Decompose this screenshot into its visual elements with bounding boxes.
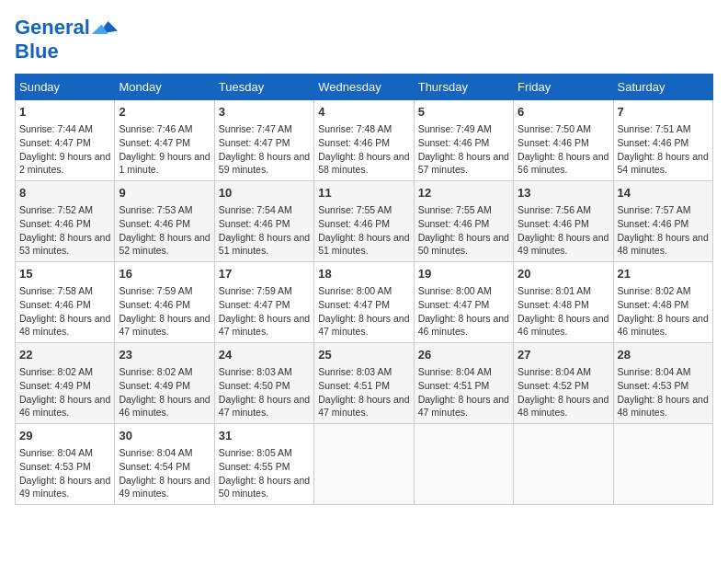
day-number: 24 bbox=[219, 347, 310, 363]
calendar-cell: 3Sunrise: 7:47 AM Sunset: 4:47 PM Daylig… bbox=[214, 100, 313, 181]
calendar-cell: 23Sunrise: 8:02 AM Sunset: 4:49 PM Dayli… bbox=[115, 343, 214, 424]
day-info: Sunset: 4:46 PM bbox=[518, 137, 589, 148]
calendar-cell: 7Sunrise: 7:51 AM Sunset: 4:46 PM Daylig… bbox=[613, 100, 712, 181]
day-info: Sunset: 4:46 PM bbox=[219, 218, 290, 229]
day-info: Sunset: 4:47 PM bbox=[219, 299, 290, 310]
calendar-cell: 5Sunrise: 7:49 AM Sunset: 4:46 PM Daylig… bbox=[414, 100, 513, 181]
day-info: Sunrise: 7:51 AM bbox=[618, 123, 691, 134]
day-header-thursday: Thursday bbox=[414, 75, 513, 100]
day-number: 31 bbox=[219, 428, 310, 444]
day-number: 26 bbox=[418, 347, 509, 363]
day-info: Daylight: 8 hours bbox=[618, 151, 690, 162]
day-info: Daylight: 8 hours bbox=[318, 151, 391, 162]
day-info: Sunrise: 8:03 AM bbox=[318, 366, 392, 377]
day-info: Daylight: 9 hours bbox=[19, 151, 92, 162]
day-info: Sunrise: 7:48 AM bbox=[318, 123, 392, 134]
day-number: 14 bbox=[618, 185, 709, 201]
calendar-cell bbox=[514, 423, 613, 504]
day-info: Sunset: 4:48 PM bbox=[618, 299, 689, 310]
day-info: Daylight: 8 hours bbox=[19, 313, 92, 324]
day-info: Sunset: 4:46 PM bbox=[418, 137, 490, 148]
calendar-cell bbox=[613, 423, 712, 504]
day-info: Sunset: 4:51 PM bbox=[418, 380, 490, 391]
calendar-cell: 9Sunrise: 7:53 AM Sunset: 4:46 PM Daylig… bbox=[115, 181, 214, 262]
day-number: 13 bbox=[518, 185, 609, 201]
day-info: Sunrise: 7:47 AM bbox=[219, 123, 292, 134]
day-number: 18 bbox=[318, 266, 409, 282]
day-info: Daylight: 8 hours bbox=[219, 394, 291, 405]
day-info: Sunset: 4:46 PM bbox=[418, 218, 490, 229]
day-info: Daylight: 8 hours bbox=[219, 151, 291, 162]
day-info: Sunrise: 7:44 AM bbox=[19, 123, 93, 134]
day-info: Sunrise: 8:02 AM bbox=[618, 285, 691, 296]
day-info: Sunset: 4:46 PM bbox=[518, 218, 589, 229]
day-header-saturday: Saturday bbox=[613, 75, 712, 100]
day-info: Daylight: 8 hours bbox=[618, 232, 690, 243]
day-info: Daylight: 8 hours bbox=[119, 475, 191, 486]
day-info: Sunrise: 8:02 AM bbox=[19, 366, 93, 377]
day-number: 25 bbox=[318, 347, 409, 363]
day-info: Sunrise: 7:59 AM bbox=[119, 285, 192, 296]
day-info: Sunrise: 8:04 AM bbox=[618, 366, 691, 377]
day-header-sunday: Sunday bbox=[16, 75, 115, 100]
calendar-cell: 17Sunrise: 7:59 AM Sunset: 4:47 PM Dayli… bbox=[214, 262, 313, 343]
day-info: Sunset: 4:47 PM bbox=[318, 299, 390, 310]
day-info: Daylight: 8 hours bbox=[418, 313, 491, 324]
day-info: Sunrise: 8:04 AM bbox=[19, 447, 93, 458]
day-number: 20 bbox=[518, 266, 609, 282]
calendar-cell: 14Sunrise: 7:57 AM Sunset: 4:46 PM Dayli… bbox=[613, 181, 712, 262]
day-info: Sunrise: 7:55 AM bbox=[418, 204, 492, 215]
calendar-cell: 11Sunrise: 7:55 AM Sunset: 4:46 PM Dayli… bbox=[314, 181, 414, 262]
day-number: 5 bbox=[418, 104, 509, 121]
day-info: Sunset: 4:47 PM bbox=[418, 299, 490, 310]
day-info: Sunrise: 8:04 AM bbox=[518, 366, 591, 377]
calendar-cell: 28Sunrise: 8:04 AM Sunset: 4:53 PM Dayli… bbox=[613, 343, 712, 424]
day-info: Daylight: 9 hours bbox=[119, 151, 191, 162]
day-info: Daylight: 8 hours bbox=[219, 475, 291, 486]
day-number: 1 bbox=[19, 104, 110, 121]
day-info: Sunset: 4:46 PM bbox=[318, 137, 390, 148]
day-info: Daylight: 8 hours bbox=[318, 394, 391, 405]
calendar-cell: 15Sunrise: 7:58 AM Sunset: 4:46 PM Dayli… bbox=[16, 262, 115, 343]
calendar-body: 1Sunrise: 7:44 AM Sunset: 4:47 PM Daylig… bbox=[16, 100, 713, 505]
day-info: Sunrise: 8:03 AM bbox=[219, 366, 292, 377]
calendar-cell: 27Sunrise: 8:04 AM Sunset: 4:52 PM Dayli… bbox=[514, 343, 613, 424]
day-info: Sunset: 4:46 PM bbox=[19, 299, 91, 310]
day-number: 12 bbox=[418, 185, 509, 201]
day-info: Sunset: 4:50 PM bbox=[219, 380, 290, 391]
calendar-cell: 2Sunrise: 7:46 AM Sunset: 4:47 PM Daylig… bbox=[115, 100, 214, 181]
day-info: Sunrise: 8:05 AM bbox=[219, 447, 292, 458]
logo-icon bbox=[92, 15, 118, 40]
day-info: Sunset: 4:55 PM bbox=[219, 461, 290, 472]
day-info: Daylight: 8 hours bbox=[318, 232, 391, 243]
calendar-cell: 31Sunrise: 8:05 AM Sunset: 4:55 PM Dayli… bbox=[214, 423, 313, 504]
day-header-tuesday: Tuesday bbox=[214, 75, 313, 100]
calendar-cell: 6Sunrise: 7:50 AM Sunset: 4:46 PM Daylig… bbox=[514, 100, 613, 181]
day-info: Daylight: 8 hours bbox=[518, 313, 590, 324]
day-number: 30 bbox=[119, 428, 210, 444]
day-info: Sunrise: 7:57 AM bbox=[618, 204, 691, 215]
day-info: Sunset: 4:47 PM bbox=[119, 137, 190, 148]
day-info: Sunset: 4:49 PM bbox=[19, 380, 91, 391]
day-info: Daylight: 8 hours bbox=[19, 232, 92, 243]
day-number: 17 bbox=[219, 266, 310, 282]
day-info: Sunrise: 7:54 AM bbox=[219, 204, 292, 215]
day-info: Sunset: 4:53 PM bbox=[618, 380, 689, 391]
calendar-cell: 8Sunrise: 7:52 AM Sunset: 4:46 PM Daylig… bbox=[16, 181, 115, 262]
day-info: Sunset: 4:46 PM bbox=[618, 137, 689, 148]
calendar-cell: 29Sunrise: 8:04 AM Sunset: 4:53 PM Dayli… bbox=[16, 423, 115, 504]
day-info: Daylight: 8 hours bbox=[618, 394, 690, 405]
day-info: Sunrise: 8:01 AM bbox=[518, 285, 591, 296]
day-info: Sunrise: 7:56 AM bbox=[518, 204, 591, 215]
day-number: 2 bbox=[119, 104, 210, 121]
day-info: Sunset: 4:51 PM bbox=[318, 380, 390, 391]
day-number: 9 bbox=[119, 185, 210, 201]
day-header-monday: Monday bbox=[115, 75, 214, 100]
day-info: Daylight: 8 hours bbox=[418, 232, 491, 243]
day-header-friday: Friday bbox=[514, 75, 613, 100]
calendar-cell: 13Sunrise: 7:56 AM Sunset: 4:46 PM Dayli… bbox=[514, 181, 613, 262]
calendar-cell: 18Sunrise: 8:00 AM Sunset: 4:47 PM Dayli… bbox=[314, 262, 414, 343]
calendar-cell: 4Sunrise: 7:48 AM Sunset: 4:46 PM Daylig… bbox=[314, 100, 414, 181]
logo-blue: Blue bbox=[15, 40, 118, 63]
day-info: Sunset: 4:46 PM bbox=[618, 218, 689, 229]
